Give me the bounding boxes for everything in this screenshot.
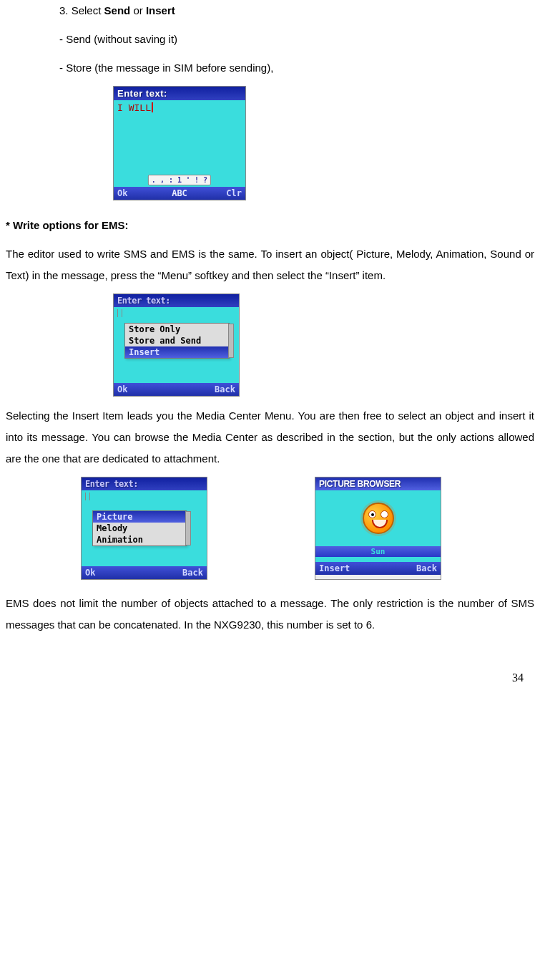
softkey-bar: Ok Back [114,383,239,396]
softkey-bar: Ok Back [82,566,207,579]
para-selecting-insert: Selecting the Insert Item leads you the … [6,405,534,470]
sun-smiley-icon [363,503,394,534]
text-cursor-icon [152,102,153,112]
cursor-icon [85,493,90,500]
softkey-back[interactable]: Back [408,563,437,573]
bullet-send: - Send (without saving it) [59,29,534,50]
cursor-icon [117,309,122,317]
menu-item-store-and-send[interactable]: Store and Send [125,335,229,346]
para-editor-insert: The editor used to write SMS and EMS is … [6,243,534,286]
softkey-insert[interactable]: Insert [319,563,348,573]
step3-line: 3. Select Send or Insert [59,0,534,21]
menu-item-animation[interactable]: Animation [93,534,186,545]
softkey-mode-abc[interactable]: ABC [146,188,213,198]
para-ems-limit: EMS does not limit the number of objects… [6,593,534,636]
softkey-ok[interactable]: Ok [85,568,114,578]
softkey-bar: Ok ABC Clr [114,187,245,200]
softkey-back[interactable]: Back [175,568,203,578]
phone-title: Enter text: [82,477,207,490]
heading-write-options-ems: * Write options for EMS: [6,215,534,236]
phone-title: PICTURE BROWSER [315,477,441,490]
menu-popup: Picture Melody Animation [92,510,187,546]
phone-title: Enter text: [114,294,239,307]
menu-item-picture[interactable]: Picture [93,511,186,523]
softkey-back[interactable]: Back [207,384,235,394]
menu-item-melody[interactable]: Melody [93,523,186,534]
phone-mockup-enter-text-typing: Enter text: I WILL . , : 1 ' ! ? Ok ABC … [113,86,246,200]
scrollbar-icon[interactable] [185,511,191,545]
scrollbar-icon[interactable] [228,324,234,358]
phone-mockup-media-type-menu: Enter text: Picture Melody Animation Ok … [81,477,207,580]
page-number: 34 [6,671,534,684]
phone-title: Enter text: [114,87,245,100]
input-mode-pill: . , : 1 ' ! ? [148,175,211,185]
softkey-clr[interactable]: Clr [213,188,242,198]
menu-popup: Store Only Store and Send Insert [124,323,230,359]
picture-name-bar: Sun [315,546,441,557]
phone-mockup-store-insert-menu: Enter text: Store Only Store and Send In… [113,293,240,397]
menu-item-insert[interactable]: Insert [125,346,229,358]
softkey-bar: Insert Back [315,562,441,575]
softkey-ok[interactable]: Ok [117,188,146,198]
menu-item-store-only[interactable]: Store Only [125,324,229,335]
phone-mockup-picture-browser: PICTURE BROWSER Sun Insert Back [315,477,441,580]
softkey-ok[interactable]: Ok [117,384,146,394]
typed-text: I WILL [117,102,151,113]
bullet-store: - Store (the message in SIM before sendi… [59,57,534,79]
